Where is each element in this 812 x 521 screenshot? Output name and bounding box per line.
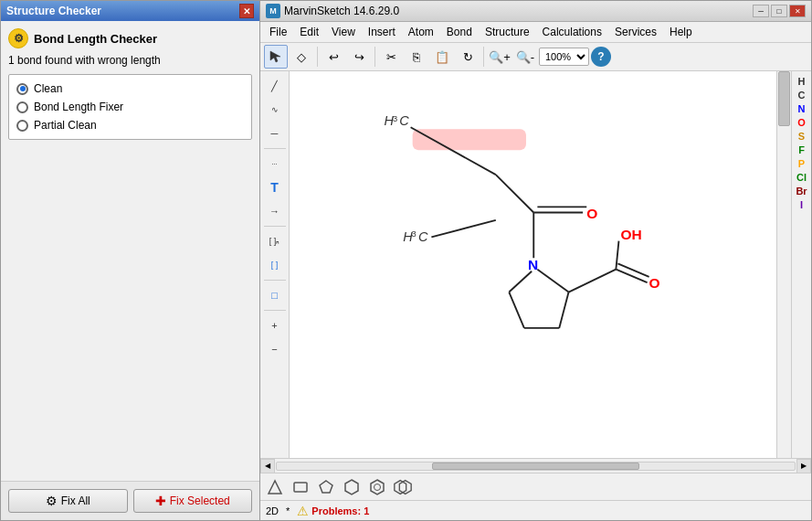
molecule-svg: H 3 C H 3 C — [290, 71, 791, 458]
line-tool[interactable]: ─ — [262, 122, 288, 144]
maximize-button[interactable]: □ — [771, 5, 787, 17]
scroll-track[interactable] — [276, 462, 796, 471]
svg-text:3: 3 — [393, 114, 397, 123]
hexagon-shape[interactable] — [341, 476, 363, 498]
zoom-box: 100% 50% 75% 125% 150% 200% — [539, 48, 589, 66]
svg-text:3: 3 — [412, 229, 417, 239]
option-partial-clean-label: Partial Clean — [34, 119, 97, 132]
option-partial-clean[interactable]: Partial Clean — [16, 119, 244, 132]
rect-tool[interactable]: □ — [262, 284, 288, 306]
svg-marker-30 — [345, 480, 358, 494]
lt-sep-2 — [264, 226, 286, 227]
svg-text:O: O — [649, 275, 660, 291]
checker-icon: ⚙ — [8, 28, 28, 48]
help-button[interactable]: ? — [591, 47, 611, 67]
main-toolbar: ◇ ↩ ↪ ✂ ⎘ 📋 ↻ 🔍+ 🔍- 100% 50% 75% 125% 15… — [260, 43, 811, 71]
vertical-scrollbar[interactable] — [776, 71, 791, 458]
copy-button[interactable]: ⎘ — [405, 45, 428, 69]
structure-checker-title: Structure Checker — [6, 5, 101, 17]
element-F[interactable]: F — [793, 144, 811, 156]
benzene-shape[interactable] — [366, 476, 388, 498]
pentagon-shape[interactable] — [315, 476, 337, 498]
close-button[interactable]: ✕ — [789, 5, 806, 17]
right-title: MarvinSketch 14.6.29.0 — [284, 5, 399, 17]
bracket-tool[interactable]: [ ] — [262, 254, 288, 276]
text-tool[interactable]: T — [262, 176, 288, 198]
menu-view[interactable]: View — [326, 24, 361, 40]
dimension-label: 2D — [266, 505, 279, 516]
rect-shape[interactable] — [290, 476, 311, 498]
zoom-in-button[interactable]: 🔍+ — [488, 45, 511, 69]
radio-bond-length-fixer[interactable] — [16, 101, 28, 113]
cut-button[interactable]: ✂ — [379, 45, 403, 69]
lasso-tool-button[interactable]: ◇ — [290, 45, 313, 69]
arrow-tool[interactable]: ╱ — [262, 75, 288, 97]
dots-tool[interactable]: ··· — [262, 153, 288, 175]
element-N[interactable]: N — [793, 102, 811, 115]
plus-tool[interactable]: + — [262, 314, 288, 336]
main-drawing-area: ╱ ∿ ─ ··· T → [ ]ₙ [ ] □ + − — [260, 71, 811, 458]
bicyclic-shape[interactable] — [392, 476, 414, 498]
svg-marker-29 — [320, 481, 332, 493]
element-C[interactable]: C — [793, 89, 811, 101]
svg-rect-4 — [413, 129, 526, 150]
scroll-right-button[interactable]: ▶ — [796, 459, 811, 473]
element-S[interactable]: S — [793, 130, 811, 143]
svg-line-16 — [537, 270, 568, 292]
zoom-out-button[interactable]: 🔍- — [513, 45, 537, 69]
left-toolbar: ╱ ∿ ─ ··· T → [ ]ₙ [ ] □ + − — [260, 71, 290, 458]
menu-help[interactable]: Help — [664, 24, 698, 40]
minimize-button[interactable]: ─ — [753, 5, 769, 17]
rotate-button[interactable]: ↻ — [456, 45, 480, 69]
scroll-left-button[interactable]: ◀ — [260, 459, 275, 473]
warning-icon: ⚠ — [297, 504, 309, 518]
select-tool-button[interactable] — [264, 45, 288, 69]
paste-button[interactable]: 📋 — [430, 45, 454, 69]
bond-count: 1 bond found with wrong length — [8, 54, 252, 67]
redo-button[interactable]: ↪ — [347, 45, 371, 69]
lt-sep-4 — [264, 310, 286, 311]
radio-partial-clean[interactable] — [16, 120, 28, 132]
menu-structure[interactable]: Structure — [480, 24, 535, 40]
svg-text:O: O — [586, 206, 597, 221]
vertical-scroll-thumb[interactable] — [778, 71, 790, 126]
menu-bond[interactable]: Bond — [441, 24, 478, 40]
minus-tool[interactable]: − — [262, 338, 288, 360]
option-bond-length-fixer[interactable]: Bond Length Fixer — [16, 101, 244, 113]
radio-clean[interactable] — [16, 83, 28, 95]
fix-all-button[interactable]: ⚙ Fix All — [8, 489, 128, 513]
menu-atom[interactable]: Atom — [403, 24, 439, 40]
menu-file[interactable]: File — [264, 24, 292, 40]
menu-insert[interactable]: Insert — [363, 24, 401, 40]
marvin-icon: M — [266, 4, 280, 18]
svg-text:C: C — [399, 113, 409, 128]
arrow-right-tool[interactable]: → — [262, 200, 288, 222]
zoom-select[interactable]: 100% 50% 75% 125% 150% 200% — [539, 48, 589, 66]
horizontal-scroll-thumb[interactable] — [432, 463, 639, 470]
menu-calculations[interactable]: Calculations — [537, 24, 607, 40]
menu-edit[interactable]: Edit — [294, 24, 324, 40]
menu-services[interactable]: Services — [609, 24, 662, 40]
element-H[interactable]: H — [793, 75, 811, 88]
element-Cl[interactable]: Cl — [793, 171, 811, 184]
element-P[interactable]: P — [793, 157, 811, 170]
bracket-n-tool[interactable]: [ ]ₙ — [262, 230, 288, 252]
toolbar-sep-3 — [483, 47, 484, 67]
canvas-area[interactable]: H 3 C H 3 C — [290, 71, 791, 458]
left-close-button[interactable]: ✕ — [239, 4, 254, 18]
fix-selected-button[interactable]: ✚ Fix Selected — [133, 489, 253, 513]
structure-checker-panel: Structure Checker ✕ ⚙ Bond Length Checke… — [0, 0, 260, 521]
element-I[interactable]: I — [793, 198, 811, 211]
svg-marker-31 — [371, 480, 384, 494]
svg-line-25 — [616, 241, 618, 270]
undo-button[interactable]: ↩ — [322, 45, 345, 69]
option-clean-label: Clean — [34, 82, 62, 95]
wave-tool[interactable]: ∿ — [262, 99, 288, 121]
shapes-toolbar — [260, 473, 811, 500]
option-clean[interactable]: Clean — [16, 82, 244, 95]
svg-marker-33 — [395, 480, 406, 494]
problems-label: Problems: 1 — [311, 505, 369, 516]
element-Br[interactable]: Br — [793, 185, 811, 197]
element-O[interactable]: O — [793, 116, 811, 129]
triangle-shape[interactable] — [264, 476, 286, 498]
